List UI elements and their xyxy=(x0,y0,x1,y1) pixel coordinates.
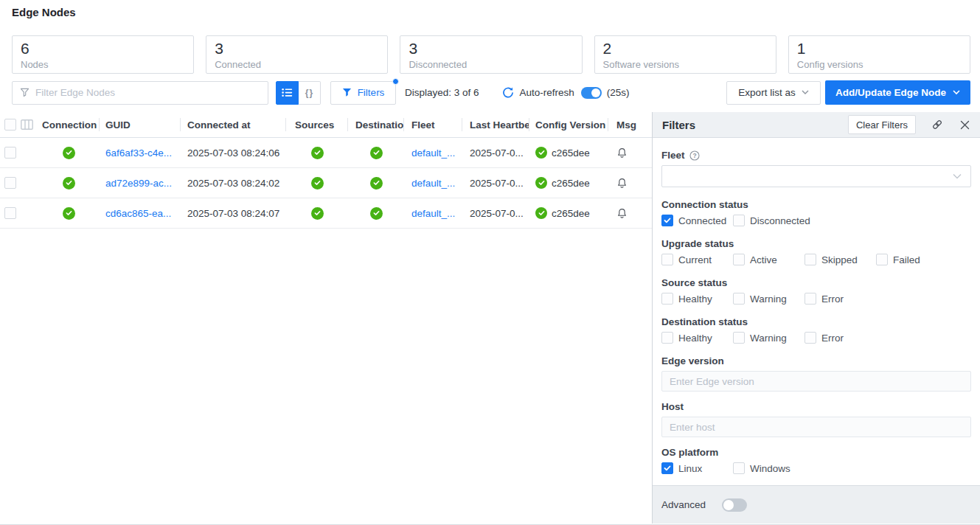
close-panel-button[interactable] xyxy=(959,119,970,131)
stat-value: 3 xyxy=(215,38,379,58)
table-row[interactable]: cd6ac865-ea... 2025-07-03 08:24:07 defau… xyxy=(0,198,652,229)
column-header-guid[interactable]: GUID xyxy=(100,112,181,137)
stat-card-config-versions[interactable]: 1 Config versions xyxy=(788,35,970,74)
stat-card-connected[interactable]: 3 Connected xyxy=(206,35,388,74)
advanced-toggle[interactable] xyxy=(722,498,747,512)
add-update-edge-node-button[interactable]: Add/Update Edge Node xyxy=(825,80,970,105)
column-header-connected-at[interactable]: Connected at xyxy=(181,112,286,137)
bell-icon[interactable] xyxy=(616,178,628,189)
checkbox-unchecked[interactable] xyxy=(733,215,745,226)
checkbox-option-destination-healthy[interactable]: Healthy xyxy=(661,332,733,344)
checkbox-option-connected[interactable]: Connected xyxy=(661,215,733,226)
list-view-button[interactable] xyxy=(276,81,299,105)
stat-label: Nodes xyxy=(21,58,185,71)
edge-version-input[interactable] xyxy=(661,371,971,392)
filters-button[interactable]: Filters xyxy=(330,81,396,105)
fleet-select[interactable] xyxy=(661,165,971,187)
row-checkbox[interactable] xyxy=(4,207,16,219)
filter-edge-nodes-input[interactable] xyxy=(35,87,260,98)
column-header-msg[interactable]: Msg xyxy=(608,112,652,137)
column-header-config-version[interactable]: Config Version xyxy=(529,112,608,137)
refresh-icon xyxy=(501,86,515,100)
guid-link[interactable]: cd6ac865-ea... xyxy=(105,208,171,219)
column-header-sources[interactable]: Sources xyxy=(286,112,348,137)
column-header-connection[interactable]: Connection xyxy=(38,112,100,137)
refresh-button[interactable] xyxy=(501,86,515,100)
guid-link[interactable]: ad72e899-ac... xyxy=(105,178,172,189)
last-heartbeat-cell: 2025-07-0... xyxy=(462,198,529,228)
stat-card-software-versions[interactable]: 2 Software versions xyxy=(594,35,776,74)
checkbox-option-active[interactable]: Active xyxy=(733,254,804,265)
columns-icon[interactable] xyxy=(21,119,33,130)
table-header-row: Connection GUID Connected at Sources Des… xyxy=(0,112,652,138)
checkbox-option-source-warning[interactable]: Warning xyxy=(733,293,804,305)
auto-refresh-label: Auto-refresh xyxy=(520,87,574,98)
host-input[interactable] xyxy=(661,417,971,437)
fleet-link[interactable]: default_... xyxy=(411,178,455,189)
checkbox-option-source-healthy[interactable]: Healthy xyxy=(661,293,733,305)
guid-link[interactable]: 6af6af33-c4e... xyxy=(105,147,172,159)
checkbox-unchecked[interactable] xyxy=(733,293,745,305)
stat-card-nodes[interactable]: 6 Nodes xyxy=(12,35,194,74)
destination-ok-icon xyxy=(370,147,383,159)
checkbox-unchecked[interactable] xyxy=(876,254,888,265)
connected-at-cell: 2025-07-03 08:24:02 xyxy=(181,168,286,198)
checkbox-option-destination-error[interactable]: Error xyxy=(804,332,876,344)
table-row[interactable]: ad72e899-ac... 2025-07-03 08:24:02 defau… xyxy=(0,168,652,198)
auto-refresh-toggle[interactable] xyxy=(581,87,602,99)
column-header-destination[interactable]: Destinatio xyxy=(348,112,404,137)
stat-card-disconnected[interactable]: 3 Disconnected xyxy=(400,35,582,74)
checkbox-option-disconnected[interactable]: Disconnected xyxy=(733,215,804,226)
checkbox-option-windows[interactable]: Windows xyxy=(733,462,804,474)
last-heartbeat-cell: 2025-07-0... xyxy=(462,168,529,198)
checkbox-unchecked[interactable] xyxy=(804,293,816,305)
checkbox-unchecked[interactable] xyxy=(733,254,745,265)
connection-status-options: Connected Disconnected xyxy=(661,215,971,226)
os-platform-label: OS platform xyxy=(661,447,971,458)
connected-at-cell: 2025-07-03 08:24:07 xyxy=(181,198,286,228)
export-list-button[interactable]: Export list as xyxy=(726,81,821,105)
checkbox-option-linux[interactable]: Linux xyxy=(661,462,733,474)
fleet-link[interactable]: default_... xyxy=(411,208,455,219)
checkbox-unchecked[interactable] xyxy=(661,332,673,344)
checkbox-unchecked[interactable] xyxy=(661,293,673,305)
json-view-button[interactable]: {} xyxy=(299,81,321,105)
checkbox-option-skipped[interactable]: Skipped xyxy=(804,254,876,265)
table-row[interactable]: 6af6af33-c4e... 2025-07-03 08:24:06 defa… xyxy=(0,138,652,168)
checkbox-option-destination-warning[interactable]: Warning xyxy=(733,332,804,344)
chevron-down-icon xyxy=(953,90,960,95)
checkbox-unchecked[interactable] xyxy=(804,254,816,265)
toggle-knob xyxy=(723,500,734,510)
row-checkbox[interactable] xyxy=(4,177,16,189)
column-header-last-heartbeat[interactable]: Last Heartbe xyxy=(462,112,529,137)
checkbox-unchecked[interactable] xyxy=(733,332,745,344)
funnel-icon xyxy=(20,88,29,97)
checkbox-checked[interactable] xyxy=(661,462,673,474)
config-ok-icon xyxy=(535,207,547,219)
help-icon[interactable]: ? xyxy=(689,150,700,161)
auto-refresh-interval: (25s) xyxy=(607,87,630,98)
column-header-fleet[interactable]: Fleet xyxy=(404,112,462,137)
row-checkbox[interactable] xyxy=(4,147,16,159)
checkbox-checked[interactable] xyxy=(661,215,673,226)
copy-link-button[interactable] xyxy=(931,119,943,131)
destination-status-label: Destination status xyxy=(661,316,971,327)
fleet-link[interactable]: default_... xyxy=(411,147,455,159)
main-content: Connection GUID Connected at Sources Des… xyxy=(0,112,980,524)
checkbox-unchecked[interactable] xyxy=(804,332,816,344)
stat-label: Connected xyxy=(215,58,379,71)
bell-icon[interactable] xyxy=(616,208,628,219)
edge-version-label: Edge version xyxy=(661,355,971,366)
close-icon xyxy=(960,120,970,130)
bell-icon[interactable] xyxy=(616,147,628,159)
select-all-checkbox[interactable] xyxy=(4,119,16,131)
checkbox-option-source-error[interactable]: Error xyxy=(804,293,876,305)
view-toggle: {} xyxy=(276,81,321,105)
clear-filters-button[interactable]: Clear Filters xyxy=(848,115,916,134)
checkbox-option-current[interactable]: Current xyxy=(661,254,733,265)
checkbox-unchecked[interactable] xyxy=(733,462,745,474)
stat-value: 2 xyxy=(603,38,768,58)
checkbox-unchecked[interactable] xyxy=(661,254,673,265)
list-view-icon xyxy=(282,88,293,97)
checkbox-option-failed[interactable]: Failed xyxy=(876,254,948,265)
